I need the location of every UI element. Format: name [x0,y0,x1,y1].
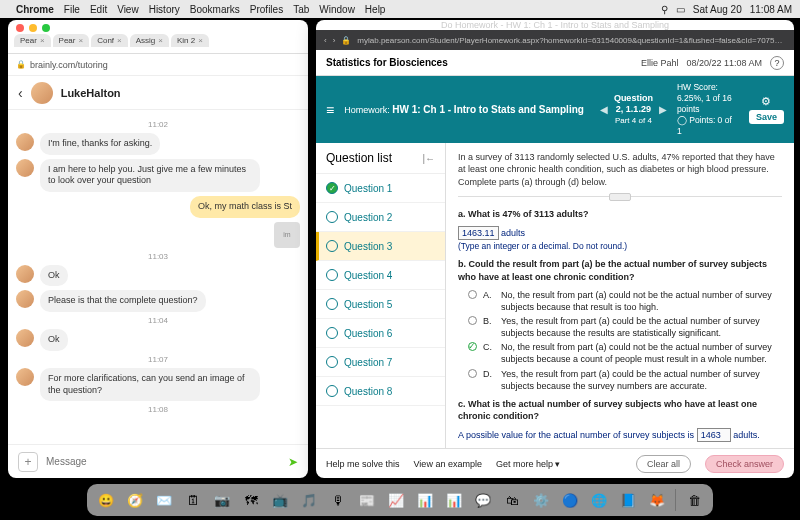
question-list-item[interactable]: Question 7 [316,348,445,377]
menu-window[interactable]: Window [319,4,355,15]
battery-icon[interactable]: ▭ [676,4,685,15]
radio-option[interactable]: A.No, the result from part (a) could not… [468,289,782,313]
circle-icon [326,356,338,368]
address-bar[interactable]: 🔒 brainly.com/tutoring [8,54,308,76]
radio-option[interactable]: D.Yes, the result from part (a) could be… [468,368,782,392]
dock-app-icon[interactable]: 📈 [383,487,409,513]
content-footer: Help me solve this View an example Get m… [316,448,794,478]
question-list-title: Question list [326,151,392,165]
dock-app-icon[interactable]: 📷 [209,487,235,513]
close-icon[interactable]: × [158,36,163,45]
menu-file[interactable]: File [64,4,80,15]
question-intro: In a survey of 3113 randomly selected U.… [458,151,782,187]
browser-tab[interactable]: Pear× [14,34,51,47]
question-label: Question 4 [344,270,392,281]
dock-app-icon[interactable]: 📘 [615,487,641,513]
check-answer-button[interactable]: Check answer [705,455,784,473]
chat-bubble: Ok, my math class is St [190,196,300,218]
question-list-item[interactable]: ✓Question 1 [316,174,445,203]
menu-help[interactable]: Help [365,4,386,15]
avatar [31,82,53,104]
question-list-item[interactable]: Question 3 [316,232,445,261]
dock-app-icon[interactable]: 📺 [267,487,293,513]
browser-tab[interactable]: Pear× [53,34,90,47]
chat-bubble: Ok [40,329,68,351]
forward-icon[interactable]: › [333,36,336,45]
page-datetime: 08/20/22 11:08 AM [686,58,762,68]
wifi-icon[interactable]: ⚲ [661,4,668,15]
lock-icon: 🔒 [341,36,351,45]
question-content[interactable]: In a survey of 3113 randomly selected U.… [446,143,794,448]
dock-app-icon[interactable]: 🌐 [586,487,612,513]
menu-profiles[interactable]: Profiles [250,4,283,15]
dock-app-icon[interactable]: 🗺 [238,487,264,513]
send-icon[interactable]: ➤ [288,455,298,469]
next-question-icon[interactable]: ▶ [659,104,667,115]
question-list-item[interactable]: Question 2 [316,203,445,232]
dock-app-icon[interactable]: 🗑 [681,487,707,513]
menu-edit[interactable]: Edit [90,4,107,15]
chat-timestamp: 11:04 [16,316,300,325]
address-bar[interactable]: ‹ › 🔒 mylab.pearson.com/Student/PlayerHo… [316,30,794,50]
dock-app-icon[interactable]: 📰 [354,487,380,513]
help-solve-link[interactable]: Help me solve this [326,459,400,469]
url-text: brainly.com/tutoring [30,60,108,70]
help-icon[interactable]: ? [770,56,784,70]
menu-bookmarks[interactable]: Bookmarks [190,4,240,15]
chat-timestamp: 11:02 [16,120,300,129]
question-label: Question 5 [344,299,392,310]
close-icon[interactable]: × [117,36,122,45]
part-a-answer[interactable]: 1463.11 [458,226,499,240]
prev-question-icon[interactable]: ◀ [600,104,608,115]
chat-scroll[interactable]: 11:02I'm fine, thanks for asking.I am he… [8,110,308,444]
browser-tab[interactable]: Assig× [130,34,169,47]
close-icon[interactable]: × [198,36,203,45]
part-c-answer[interactable]: 1463 [697,428,731,442]
close-icon[interactable]: × [40,36,45,45]
menubar-app[interactable]: Chrome [16,4,54,15]
back-icon[interactable]: ‹ [324,36,327,45]
back-icon[interactable]: ‹ [18,85,23,101]
question-list-item[interactable]: Question 4 [316,261,445,290]
question-list-item[interactable]: Question 8 [316,377,445,406]
dock-app-icon[interactable]: ✉️ [151,487,177,513]
dock-app-icon[interactable]: 📊 [441,487,467,513]
chat-input-bar: + ➤ [8,444,308,478]
gear-icon[interactable]: ⚙ [761,95,771,108]
message-input[interactable] [46,456,280,467]
question-list-item[interactable]: Question 6 [316,319,445,348]
menu-tab[interactable]: Tab [293,4,309,15]
dock-app-icon[interactable]: ⚙️ [528,487,554,513]
dock-app-icon[interactable]: 😀 [93,487,119,513]
radio-option[interactable]: B.Yes, the result from part (a) could be… [468,315,782,339]
menu-history[interactable]: History [149,4,180,15]
dock-app-icon[interactable]: 📊 [412,487,438,513]
dock-app-icon[interactable]: 🎙 [325,487,351,513]
chat-image-thumb[interactable]: im [274,222,300,248]
lock-icon: 🔒 [16,60,26,69]
browser-tab[interactable]: Conf× [91,34,128,47]
attach-button[interactable]: + [18,452,38,472]
get-more-help-link[interactable]: Get more help ▾ [496,459,561,469]
student-name: Ellie Pahl [641,58,679,68]
question-list-item[interactable]: Question 5 [316,290,445,319]
dock-app-icon[interactable]: 🔵 [557,487,583,513]
dock-app-icon[interactable]: 🛍 [499,487,525,513]
dock-app-icon[interactable]: 🦊 [644,487,670,513]
browser-tab[interactable]: Kin 2× [171,34,209,47]
save-button[interactable]: Save [749,110,784,124]
clear-all-button[interactable]: Clear all [636,455,691,473]
close-icon[interactable]: × [78,36,83,45]
collapse-icon[interactable]: |← [422,153,435,164]
dock-app-icon[interactable]: 🗓 [180,487,206,513]
chat-bubble: Please is that the complete question? [40,290,206,312]
radio-option[interactable]: C.No, the result from part (a) could not… [468,341,782,365]
course-bar: Statistics for Biosciences Ellie Pahl 08… [316,50,794,76]
menu-icon[interactable]: ≡ [326,102,334,118]
dock-app-icon[interactable]: 💬 [470,487,496,513]
dock-app-icon[interactable]: 🎵 [296,487,322,513]
menu-view[interactable]: View [117,4,139,15]
dock-app-icon[interactable]: 🧭 [122,487,148,513]
window-traffic-lights[interactable] [8,20,308,28]
view-example-link[interactable]: View an example [414,459,482,469]
